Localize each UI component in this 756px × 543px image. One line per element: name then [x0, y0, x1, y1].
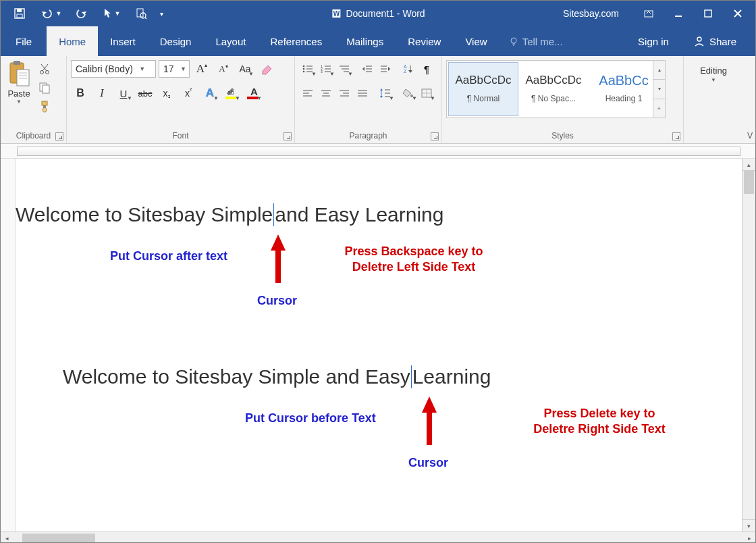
tab-design[interactable]: Design: [148, 26, 204, 56]
bold-button[interactable]: B: [71, 84, 90, 102]
font-name-value: Calibri (Body): [72, 63, 137, 74]
document-page[interactable]: Welcome to Sitesbay Simple and Easy Lear…: [16, 159, 742, 532]
tab-layout[interactable]: Layout: [203, 26, 258, 56]
sort-button[interactable]: AZ: [400, 61, 417, 77]
highlight-button[interactable]: ab▼: [222, 84, 241, 102]
grow-font-button[interactable]: A▴: [192, 60, 211, 78]
font-color-button[interactable]: A▼: [244, 84, 263, 102]
tab-mailings[interactable]: Mailings: [334, 26, 396, 56]
annotation-delete: Press Delete key to Deletre Right Side T…: [515, 406, 684, 438]
maximize-button[interactable]: [695, 3, 722, 24]
paste-button[interactable]: Paste ▼: [5, 60, 33, 127]
styles-scroll[interactable]: ▴▾≡: [653, 61, 665, 118]
ribbon: Paste ▼ Clipboard Calibri (Body)▼ 17▼ A▴…: [1, 56, 755, 144]
tell-me-search[interactable]: Tell me...: [500, 36, 572, 47]
scroll-thumb[interactable]: [744, 171, 754, 194]
tab-file[interactable]: File: [1, 26, 47, 56]
share-button[interactable]: Share: [681, 26, 749, 56]
svg-point-37: [303, 68, 305, 70]
svg-line-26: [43, 64, 48, 71]
sign-in-button[interactable]: Sign in: [626, 26, 681, 56]
eraser-icon: [260, 63, 273, 75]
text-effects-button[interactable]: A▼: [200, 84, 219, 102]
scroll-track[interactable]: [13, 532, 743, 543]
tab-references[interactable]: References: [258, 26, 334, 56]
window-title: W Document1 - Word: [331, 8, 425, 19]
bullets-button[interactable]: ▼: [299, 61, 317, 77]
svg-rect-19: [14, 61, 20, 65]
print-preview-icon[interactable]: [129, 3, 153, 24]
strikethrough-button[interactable]: abc: [136, 84, 155, 102]
svg-text:W: W: [333, 10, 340, 18]
show-hide-button[interactable]: ¶: [418, 61, 435, 77]
font-name-select[interactable]: Calibri (Body)▼: [71, 60, 156, 78]
document-text-2[interactable]: Welcome to Sitesbay Simple and Easy Lear…: [63, 365, 491, 388]
shrink-font-button[interactable]: A▾: [214, 60, 233, 78]
style-heading1[interactable]: AaBbCc Heading 1: [589, 62, 659, 116]
styles-dialog-launcher[interactable]: [672, 132, 680, 140]
clipboard-dialog-launcher[interactable]: [55, 132, 63, 140]
shading-button[interactable]: ▼: [400, 85, 417, 101]
site-label: Sitesbay.com: [563, 8, 619, 19]
scroll-up-button[interactable]: ▴: [742, 159, 755, 171]
subscript-button[interactable]: x₂: [157, 84, 176, 102]
qat-customize-icon[interactable]: ▾: [155, 3, 168, 24]
align-right-button[interactable]: [335, 85, 353, 101]
horizontal-scrollbar[interactable]: ◂ ▸: [1, 532, 755, 543]
tab-insert[interactable]: Insert: [98, 26, 148, 56]
copy-button[interactable]: [36, 80, 53, 95]
styles-group-label: Styles: [551, 131, 574, 140]
change-case-button[interactable]: Aa▼: [236, 60, 254, 78]
annotation-put-cursor-before: Put Cursor before Text: [245, 411, 376, 425]
font-dialog-launcher[interactable]: [284, 132, 292, 140]
close-button[interactable]: [724, 3, 751, 24]
scroll-down-button[interactable]: ▾: [742, 519, 755, 532]
numbering-button[interactable]: 123▼: [317, 61, 335, 77]
underline-button[interactable]: U▼: [114, 84, 133, 102]
italic-button[interactable]: I: [92, 84, 111, 102]
vertical-ruler[interactable]: [1, 159, 16, 532]
tab-review[interactable]: Review: [396, 26, 453, 56]
cut-button[interactable]: [36, 61, 53, 76]
horizontal-ruler[interactable]: [1, 144, 755, 159]
align-left-button[interactable]: [299, 85, 317, 101]
minimize-button[interactable]: [665, 3, 692, 24]
ribbon-tabs: File Home Insert Design Layout Reference…: [1, 26, 755, 56]
arrow-up-icon: [271, 234, 286, 283]
editing-button[interactable]: Editing ▼: [688, 59, 739, 83]
scroll-left-button[interactable]: ◂: [1, 532, 13, 543]
document-text-1[interactable]: Welcome to Sitesbay Simple and Easy Lear…: [16, 203, 443, 226]
increase-indent-button[interactable]: [377, 61, 394, 77]
svg-rect-29: [43, 85, 49, 93]
undo-icon[interactable]: ▼: [33, 3, 68, 24]
vertical-scrollbar[interactable]: ▴ ▾: [742, 159, 755, 532]
styles-gallery[interactable]: AaBbCcDc ¶ Normal AaBbCcDc ¶ No Spac... …: [446, 60, 666, 118]
tab-home[interactable]: Home: [47, 26, 98, 56]
scroll-right-button[interactable]: ▸: [743, 532, 755, 543]
svg-point-24: [40, 71, 44, 74]
tab-view[interactable]: View: [453, 26, 499, 56]
scroll-thumb-h[interactable]: [22, 534, 95, 542]
font-size-select[interactable]: 17▼: [159, 60, 190, 78]
align-center-button[interactable]: [317, 85, 335, 101]
collapse-ribbon-icon[interactable]: ᐯ: [747, 131, 753, 140]
format-painter-button[interactable]: [36, 99, 53, 114]
multilevel-list-button[interactable]: ▼: [335, 61, 353, 77]
clear-formatting-button[interactable]: [257, 60, 276, 78]
svg-rect-2: [17, 14, 22, 18]
redo-icon[interactable]: [70, 3, 94, 24]
superscript-button[interactable]: x²: [179, 84, 198, 102]
line-spacing-button[interactable]: ▼: [377, 85, 394, 101]
borders-button[interactable]: ▼: [418, 85, 435, 101]
style-normal[interactable]: AaBbCcDc ¶ Normal: [448, 62, 518, 116]
save-icon[interactable]: [7, 3, 32, 24]
paragraph-dialog-launcher[interactable]: [431, 132, 439, 140]
font-group-label: Font: [172, 131, 188, 140]
justify-button[interactable]: [354, 85, 371, 101]
svg-line-27: [41, 64, 47, 71]
editing-label: Editing: [691, 66, 736, 76]
style-no-spacing[interactable]: AaBbCcDc ¶ No Spac...: [518, 62, 589, 116]
decrease-indent-button[interactable]: [358, 61, 376, 77]
ribbon-display-icon[interactable]: [635, 3, 662, 24]
pointer-mode-icon[interactable]: ▼: [95, 3, 128, 24]
